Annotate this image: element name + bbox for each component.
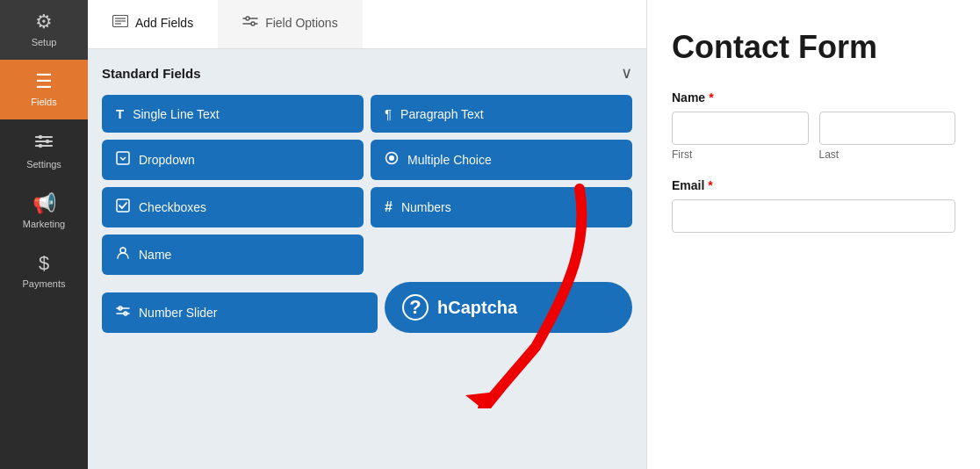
svg-rect-14: [117, 152, 129, 164]
tabs-bar: Add Fields Field Options: [88, 0, 646, 49]
name-label: Name *: [672, 90, 955, 105]
form-preview: Contact Form Name * First Last Email *: [646, 0, 980, 469]
sidebar-item-marketing[interactable]: 📢 Marketing: [0, 182, 88, 242]
field-btn-dropdown[interactable]: Dropdown: [102, 140, 364, 180]
svg-point-4: [46, 140, 49, 143]
last-sub-label: Last: [819, 148, 956, 161]
svg-point-3: [39, 135, 42, 139]
sidebar-item-label: Payments: [23, 278, 66, 289]
first-name-group: First: [672, 112, 809, 161]
sidebar-item-label: Marketing: [23, 219, 65, 229]
marketing-icon: 📢: [32, 194, 56, 213]
payments-icon: $: [39, 254, 49, 273]
sidebar-item-label: Fields: [31, 97, 56, 107]
tab-field-options[interactable]: Field Options: [218, 0, 362, 48]
section-header: Standard Fields ∨: [102, 63, 632, 83]
sidebar-item-label: Setup: [32, 37, 57, 47]
first-sub-label: First: [672, 148, 809, 161]
svg-point-12: [246, 17, 249, 20]
field-btn-numbers[interactable]: # Numbers: [371, 187, 632, 227]
field-btn-name[interactable]: Name: [102, 234, 364, 275]
tab-add-fields[interactable]: Add Fields: [88, 0, 218, 48]
svg-point-13: [251, 22, 255, 25]
field-options-icon: [242, 15, 258, 31]
name-inputs: First Last: [672, 112, 955, 161]
numbers-icon: #: [385, 199, 393, 215]
field-btn-multiple-choice[interactable]: Multiple Choice: [371, 140, 632, 180]
sidebar-item-payments[interactable]: $ Payments: [0, 242, 88, 301]
chevron-down-icon: ∨: [621, 63, 632, 83]
form-field-email: Email *: [672, 178, 955, 233]
add-fields-icon: [112, 15, 128, 31]
sidebar-item-label: Settings: [26, 159, 61, 170]
hcaptcha-icon: ?: [402, 294, 429, 321]
svg-point-16: [389, 155, 394, 161]
section-title: Standard Fields: [102, 66, 201, 81]
fields-grid: T Single Line Text ¶ Paragraph Text Drop…: [102, 95, 632, 275]
fields-panel: Standard Fields ∨ T Single Line Text ¶ P…: [88, 49, 646, 469]
first-name-input[interactable]: [672, 112, 809, 145]
sidebar-item-settings[interactable]: Settings: [0, 119, 88, 182]
form-field-name: Name * First Last: [672, 90, 955, 161]
tab-add-fields-label: Add Fields: [135, 16, 193, 30]
checkboxes-icon: [116, 198, 130, 216]
svg-point-5: [39, 144, 42, 148]
last-name-group: Last: [819, 112, 956, 161]
fields-icon: ☰: [35, 72, 53, 91]
main-content: Add Fields Field Options Standard Fields…: [88, 0, 646, 469]
required-star-email: *: [708, 178, 712, 192]
field-btn-single-line-text[interactable]: T Single Line Text: [102, 95, 364, 133]
sidebar-item-fields[interactable]: ☰ Fields: [0, 60, 88, 119]
field-btn-paragraph-text[interactable]: ¶ Paragraph Text: [371, 95, 632, 133]
field-btn-hcaptcha[interactable]: ? hCaptcha: [385, 282, 632, 333]
paragraph-text-icon: ¶: [385, 106, 392, 121]
sidebar-item-setup[interactable]: ⚙ Setup: [0, 0, 88, 60]
required-star: *: [709, 90, 713, 105]
form-title: Contact Form: [672, 28, 955, 66]
single-line-text-icon: T: [116, 106, 124, 121]
name-icon: [116, 246, 130, 263]
gear-icon: ⚙: [35, 12, 53, 32]
field-btn-checkboxes[interactable]: Checkboxes: [102, 187, 364, 227]
dropdown-icon: [116, 151, 130, 169]
sidebar: ⚙ Setup ☰ Fields Settings 📢 Marketing $ …: [0, 0, 88, 469]
bottom-row: Number Slider ? hCaptcha: [102, 282, 632, 333]
last-name-input[interactable]: [819, 112, 956, 145]
number-slider-icon: [116, 304, 130, 321]
field-btn-number-slider[interactable]: Number Slider: [102, 292, 378, 333]
multiple-choice-icon: [385, 151, 399, 169]
email-input[interactable]: [672, 199, 955, 233]
email-label: Email *: [672, 178, 955, 192]
settings-icon: [34, 132, 54, 154]
svg-point-18: [120, 248, 126, 253]
hcaptcha-container: ? hCaptcha: [385, 282, 632, 333]
tab-field-options-label: Field Options: [265, 16, 337, 30]
